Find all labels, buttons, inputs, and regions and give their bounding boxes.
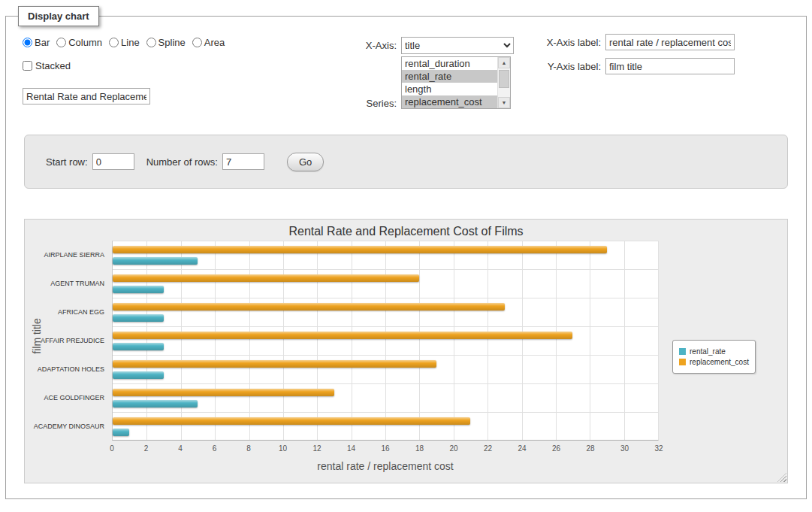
tick-label: 2 <box>144 444 149 453</box>
y-axis-label-input[interactable] <box>605 58 735 74</box>
scrollbar-thumb[interactable] <box>499 70 509 88</box>
number-of-rows-label: Number of rows: <box>146 156 218 168</box>
chart-type-option-line[interactable]: Line <box>109 37 140 48</box>
tick-label: 22 <box>484 444 492 453</box>
bar-replacement_cost[interactable] <box>113 389 334 396</box>
chart-type-option-spline[interactable]: Spline <box>146 37 186 48</box>
radio-area[interactable] <box>192 38 202 47</box>
series-row: Series: rental_durationrental_ratelength… <box>343 56 514 109</box>
radio-line[interactable] <box>109 38 119 47</box>
bar-rental_rate[interactable] <box>113 343 164 350</box>
bar-replacement_cost[interactable] <box>113 417 470 425</box>
radio-label: Area <box>204 37 225 48</box>
axis-label-controls: X-Axis label: Y-Axis label: <box>532 34 735 74</box>
series-option-rental_duration[interactable]: rental_duration <box>402 57 497 70</box>
x-axis-select[interactable]: title <box>401 37 514 54</box>
stacked-label: Stacked <box>35 60 71 71</box>
series-option-replacement_cost[interactable]: replacement_cost <box>402 95 497 108</box>
scroll-up-button[interactable]: ▲ <box>498 57 510 68</box>
category-label: AFFAIR PREJUDICE <box>25 326 107 355</box>
radio-column[interactable] <box>56 38 66 47</box>
plot-row <box>113 384 658 413</box>
legend-item-rental_rate[interactable]: rental_rate <box>679 347 749 356</box>
tick-label: 18 <box>415 444 424 453</box>
chart-type-option-bar[interactable]: Bar <box>23 37 50 48</box>
tick-label: 30 <box>620 444 629 453</box>
radio-label: Line <box>121 37 140 48</box>
chart-title: Rental Rate and Replacement Cost of Film… <box>25 225 787 238</box>
radio-label: Bar <box>35 37 50 48</box>
tick-label: 4 <box>178 444 183 453</box>
category-label: AIRPLANE SIERRA <box>25 241 107 269</box>
y-axis-label-row: Y-Axis label: <box>532 58 735 74</box>
series-option-rental_rate[interactable]: rental_rate <box>402 70 497 83</box>
rows-panel: Start row: Number of rows: Go <box>24 135 788 189</box>
x-axis-title: rental rate / replacement cost <box>112 460 659 472</box>
chart-type-option-column[interactable]: Column <box>56 37 102 48</box>
legend-item-replacement_cost[interactable]: replacement_cost <box>679 358 749 366</box>
bar-replacement_cost[interactable] <box>113 246 607 253</box>
stacked-checkbox[interactable] <box>23 61 32 71</box>
bar-rental_rate[interactable] <box>113 314 164 322</box>
series-multiselect[interactable]: rental_durationrental_ratelengthreplacem… <box>401 56 511 109</box>
category-label: AFRICAN EGG <box>25 298 107 326</box>
chart-type-option-area[interactable]: Area <box>192 37 225 48</box>
bar-replacement_cost[interactable] <box>113 332 572 339</box>
bar-replacement_cost[interactable] <box>113 303 505 311</box>
radio-spline[interactable] <box>146 38 156 47</box>
bar-replacement_cost[interactable] <box>113 274 419 282</box>
x-axis-label-field-label: X-Axis label: <box>532 37 601 48</box>
chart-type-radio-group: BarColumnLineSplineArea <box>23 37 231 48</box>
tick-label: 26 <box>552 444 560 453</box>
tick-label: 10 <box>279 444 287 453</box>
legend-swatch-icon <box>679 348 686 355</box>
bar-rental_rate[interactable] <box>113 286 164 293</box>
radio-bar[interactable] <box>23 38 32 47</box>
tick-labels: 02468101214161820222426283032 <box>112 444 659 453</box>
plot-row <box>113 413 658 441</box>
tick-label: 28 <box>586 444 594 453</box>
chart-title-input[interactable] <box>23 88 150 105</box>
plot-row <box>113 241 658 270</box>
scroll-down-button[interactable]: ▼ <box>498 97 510 108</box>
chart-legend: rental_ratereplacement_cost <box>672 340 756 374</box>
number-of-rows-input[interactable] <box>222 153 264 170</box>
series-option-length[interactable]: length <box>402 83 497 95</box>
radio-label: Column <box>68 37 102 48</box>
bar-rental_rate[interactable] <box>113 400 198 407</box>
legend-label: rental_rate <box>690 347 726 356</box>
tick-label: 14 <box>347 444 355 453</box>
legend-swatch-icon <box>679 359 686 365</box>
tick-label: 24 <box>518 444 526 453</box>
stacked-checkbox-row[interactable]: Stacked <box>23 60 231 71</box>
radio-label: Spline <box>158 37 186 48</box>
plot-row <box>113 327 658 356</box>
series-options: rental_durationrental_ratelengthreplacem… <box>402 57 497 108</box>
go-button[interactable]: Go <box>287 153 324 171</box>
controls-area: BarColumnLineSplineArea Stacked X-Axis: … <box>6 26 806 118</box>
bar-rental_rate[interactable] <box>113 429 129 436</box>
bar-rental_rate[interactable] <box>113 257 198 265</box>
plot-row <box>113 298 658 327</box>
category-labels: AIRPLANE SIERRAAGENT TRUMANAFRICAN EGGAF… <box>25 241 107 441</box>
x-axis-label: X-Axis: <box>343 40 397 51</box>
start-row-input[interactable] <box>92 153 134 170</box>
tick-label: 16 <box>381 444 389 453</box>
x-axis-row: X-Axis: title <box>343 37 514 54</box>
tick-label: 8 <box>246 444 251 453</box>
resize-handle-icon[interactable] <box>777 473 786 482</box>
category-label: AGENT TRUMAN <box>25 269 107 298</box>
plot-row <box>113 356 658 384</box>
y-axis-label-field-label: Y-Axis label: <box>532 61 601 72</box>
category-label: ADAPTATION HOLES <box>25 355 107 383</box>
tick-label: 0 <box>110 444 114 453</box>
listbox-scrollbar[interactable]: ▲ ▼ <box>497 57 510 108</box>
category-label: ACADEMY DINOSAUR <box>25 412 107 441</box>
plot-area <box>112 241 659 441</box>
tick-label: 20 <box>449 444 457 453</box>
plot-row <box>113 270 658 298</box>
x-axis-label-input[interactable] <box>605 34 735 50</box>
bar-replacement_cost[interactable] <box>113 360 436 368</box>
bar-rental_rate[interactable] <box>113 371 164 379</box>
tick-label: 6 <box>213 444 217 453</box>
